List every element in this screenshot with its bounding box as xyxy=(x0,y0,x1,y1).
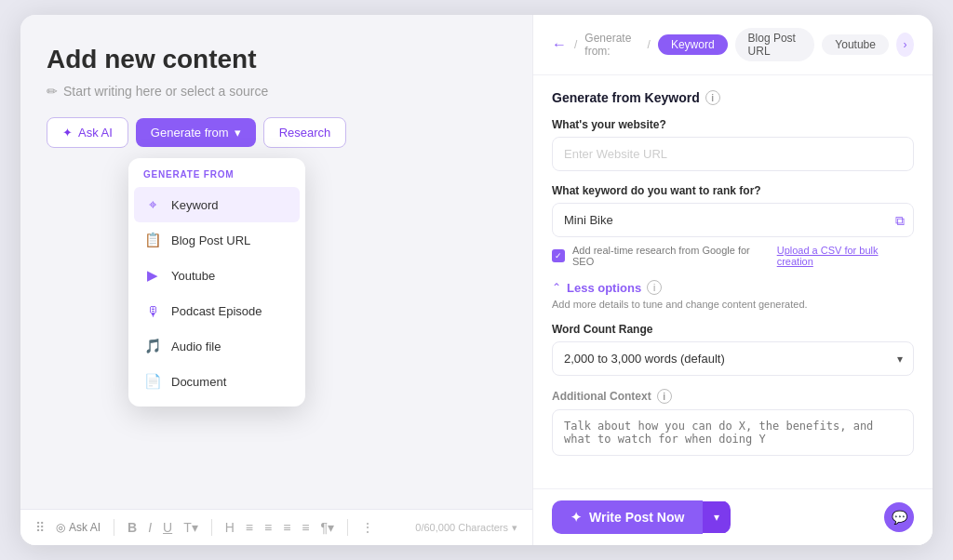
dropdown-item-audio[interactable]: 🎵 Audio file xyxy=(128,328,305,364)
dropdown-item-keyword[interactable]: ⌖ Keyword xyxy=(134,187,300,222)
ask-ai-button[interactable]: ✦ Ask AI xyxy=(47,117,128,148)
website-input[interactable] xyxy=(552,137,914,171)
audio-icon: 🎵 xyxy=(143,337,162,355)
left-panel: Add new content ✏ Start writing here or … xyxy=(20,15,532,545)
keyword-icon: ⌖ xyxy=(143,195,162,214)
character-count: 0/60,000 Characters ▾ xyxy=(415,522,517,534)
blog-post-icon: 📋 xyxy=(143,231,162,249)
bottom-toolbar: ⠿ ◎ Ask AI B I U T▾ H ≡ ≡ ≡ ≡ ¶▾ ⋮ 0/60,… xyxy=(20,509,532,545)
heading-icon[interactable]: H xyxy=(225,520,235,535)
list-ordered-icon[interactable]: ≡ xyxy=(302,520,309,535)
chevron-down-small: ▾ xyxy=(512,522,517,534)
separator3 xyxy=(347,519,348,536)
more-options-icon[interactable]: ⋮ xyxy=(361,520,374,535)
right-panel: ← / Generate from: / Keyword Blog Post U… xyxy=(532,15,933,545)
additional-context-input[interactable] xyxy=(552,409,914,456)
drag-icon: ⠿ xyxy=(35,520,45,535)
right-body: Generate from Keyword i What's your webs… xyxy=(533,75,933,488)
separator xyxy=(114,519,114,536)
generate-from-dropdown: GENERATE FROM ⌖ Keyword 📋 Blog Post URL … xyxy=(128,158,305,407)
dropdown-item-youtube[interactable]: ▶ Youtube xyxy=(128,258,305,293)
sparkle-write-icon: ✦ xyxy=(570,510,582,525)
less-options-desc: Add more details to tune and change cont… xyxy=(552,299,914,310)
subtitle: ✏ Start writing here or select a source xyxy=(47,84,506,99)
seo-checkbox[interactable]: ✓ xyxy=(552,249,565,262)
word-count-label: Word Count Range xyxy=(552,323,914,336)
italic-icon[interactable]: I xyxy=(148,520,152,535)
less-options-info-icon[interactable]: i xyxy=(647,280,662,295)
tab-keyword[interactable]: Keyword xyxy=(658,34,728,55)
checkbox-row: ✓ Add real-time research from Google for… xyxy=(552,245,914,267)
right-header: ← / Generate from: / Keyword Blog Post U… xyxy=(533,15,933,75)
bold-icon[interactable]: B xyxy=(128,520,137,535)
separator2 xyxy=(211,519,212,536)
robot-icon: ◎ xyxy=(56,521,65,534)
back-button[interactable]: ← xyxy=(552,36,567,53)
underline-icon[interactable]: U xyxy=(163,520,172,535)
paragraph-icon[interactable]: ¶▾ xyxy=(321,520,335,535)
tab-blog-post-url[interactable]: Blog Post URL xyxy=(735,28,815,61)
chat-bubble-button[interactable]: 💬 xyxy=(884,502,914,532)
nav-next-button[interactable]: › xyxy=(896,33,914,57)
align-center-icon[interactable]: ≡ xyxy=(264,520,272,535)
page-title: Add new content xyxy=(47,45,506,74)
toolbar-ask-ai-button[interactable]: ◎ Ask AI xyxy=(56,521,101,534)
keyword-label: What keyword do you want to rank for? xyxy=(552,184,914,197)
word-count-wrapper: 500 to 1,000 words 1,000 to 2,000 words … xyxy=(552,341,914,376)
document-icon: 📄 xyxy=(143,372,162,391)
toolbar-row: ✦ Ask AI Generate from ▾ Research GENERA… xyxy=(47,117,506,148)
chat-icon: 💬 xyxy=(892,510,907,525)
text-format-icon[interactable]: T▾ xyxy=(183,520,198,535)
website-label: What's your website? xyxy=(552,118,914,131)
write-post-btn[interactable]: ✦ Write Post Now ▾ xyxy=(552,500,731,534)
youtube-icon: ▶ xyxy=(143,266,162,285)
less-options-row[interactable]: ⌃ Less options i xyxy=(552,280,914,295)
align-icon[interactable]: ≡ xyxy=(246,520,253,535)
write-post-main-button[interactable]: ✦ Write Post Now xyxy=(552,500,703,534)
sparkle-icon: ✦ xyxy=(62,126,73,140)
pencil-icon: ✏ xyxy=(47,84,58,99)
breadcrumb-text: Generate from: xyxy=(584,32,639,58)
keyword-input-wrapper: ⧉ xyxy=(552,203,914,237)
dropdown-item-blog-post-url[interactable]: 📋 Blog Post URL xyxy=(128,222,305,258)
section-title: Generate from Keyword i xyxy=(552,90,914,105)
list-icon[interactable]: ≡ xyxy=(283,520,290,535)
chevron-down-icon: ▾ xyxy=(235,126,241,140)
write-post-dropdown-button[interactable]: ▾ xyxy=(703,501,731,533)
less-options-label: Less options xyxy=(567,281,641,295)
podcast-icon: 🎙 xyxy=(143,301,162,320)
dropdown-item-document[interactable]: 📄 Document xyxy=(128,364,305,399)
dropdown-item-podcast[interactable]: 🎙 Podcast Episode xyxy=(128,293,305,328)
generate-from-button[interactable]: Generate from ▾ xyxy=(136,118,256,147)
breadcrumb-sep2: / xyxy=(648,38,651,51)
right-footer: ✦ Write Post Now ▾ 💬 xyxy=(533,488,933,545)
breadcrumb-sep: / xyxy=(574,38,577,51)
research-button[interactable]: Research xyxy=(263,117,347,148)
chevron-up-icon: ⌃ xyxy=(552,281,561,294)
dropdown-section-label: GENERATE FROM xyxy=(128,169,305,187)
additional-context-label: Additional Context i xyxy=(552,389,914,404)
keyword-input[interactable] xyxy=(552,203,914,237)
additional-context-info-icon[interactable]: i xyxy=(657,389,672,404)
word-count-select[interactable]: 500 to 1,000 words 1,000 to 2,000 words … xyxy=(552,341,914,376)
upload-csv-link[interactable]: Upload a CSV for bulk creation xyxy=(777,245,914,267)
copy-icon[interactable]: ⧉ xyxy=(895,212,905,228)
info-icon[interactable]: i xyxy=(705,90,720,105)
seo-checkbox-label: Add real-time research from Google for S… xyxy=(572,245,770,267)
tab-youtube[interactable]: Youtube xyxy=(822,34,889,55)
